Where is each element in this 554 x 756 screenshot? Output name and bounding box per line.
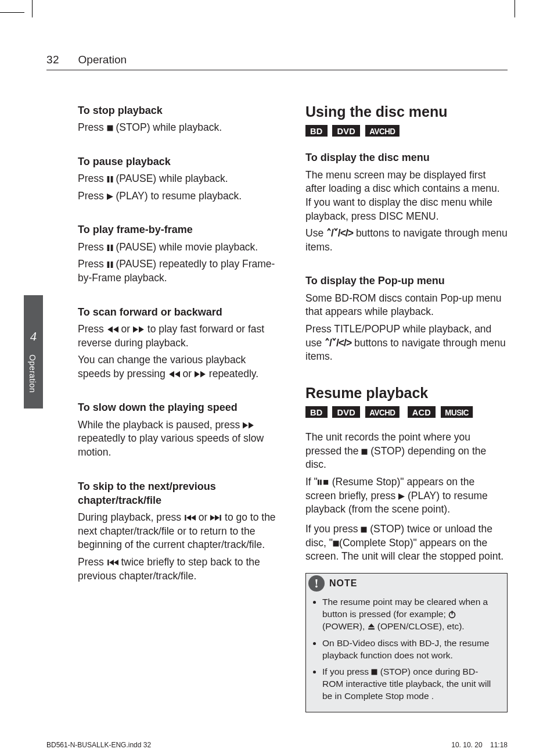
section-title: Operation (78, 53, 127, 66)
side-tab: 4 Operation (24, 295, 43, 409)
text: If " (Resume Stop)" appears on the scree… (305, 475, 508, 517)
eject-icon (368, 623, 375, 630)
right-column: Using the disc menu BD DVD AVCHD To disp… (305, 102, 508, 712)
fast-forward-icon (195, 371, 206, 378)
note-title: NOTE (329, 577, 357, 590)
text: Use ˄/˅/</> buttons to navigate through … (305, 227, 508, 254)
text: The unit records the point where you pre… (305, 431, 508, 472)
nav-arrows-icon: ˄/˅/</> (325, 337, 351, 349)
text: During playback, press or to go to the n… (78, 511, 280, 552)
heading-pause: To pause playback (78, 155, 280, 169)
heading-stop: To stop playback (78, 103, 280, 117)
text: You can change the various playback spee… (78, 353, 280, 381)
note-item: The resume point may be cleared when a b… (322, 596, 499, 633)
stop-icon (371, 669, 377, 675)
badge-acd: ACD (408, 406, 436, 418)
text: Press TITLE/POPUP while playback, and us… (305, 323, 508, 364)
text: While the playback is paused, press repe… (78, 418, 280, 460)
heading-disc-menu: Using the disc menu (305, 102, 508, 122)
note-bang-icon: ! (308, 575, 325, 592)
badge-bd: BD (305, 406, 328, 418)
text: Press (STOP) while playback. (78, 121, 280, 135)
badge-avchd: AVCHD (365, 406, 400, 418)
play-icon (398, 493, 405, 500)
badge-avchd: AVCHD (365, 125, 400, 137)
power-icon (448, 611, 456, 618)
text: Press twice briefly to step back to the … (78, 556, 280, 583)
heading-frame: To play frame-by-frame (78, 223, 280, 237)
text: Press (PAUSE) while movie playback. (78, 241, 280, 255)
fast-forward-icon (133, 326, 145, 333)
heading-slow: To slow down the playing speed (78, 400, 280, 414)
note-box: ! NOTE The resume point may be cleared w… (305, 573, 508, 712)
heading-scan: To scan forward or backward (78, 305, 280, 319)
heading-skip: To skip to the next/previous chapter/tra… (78, 479, 280, 508)
stop-icon (361, 526, 367, 533)
page-header: 32 Operation (46, 53, 508, 70)
note-item: On BD-Video discs with BD-J, the resume … (322, 637, 499, 662)
nav-arrows-icon: ˄/˅/</> (326, 227, 353, 239)
play-icon (107, 194, 113, 200)
heading-display-disc-menu: To display the disc menu (305, 151, 508, 164)
pause-icon (107, 261, 113, 268)
text: Press (PAUSE) while playback. (78, 172, 280, 186)
side-tab-number: 4 (24, 295, 43, 344)
format-badges: BD DVD AVCHD (305, 124, 508, 138)
footer-file: BD561-N-BUSALLK-ENG.indd 32 (46, 741, 151, 749)
stop-icon (333, 540, 339, 547)
format-badges: BD DVD AVCHD ACD MUSIC (305, 406, 508, 420)
heading-popup-menu: To display the Pop-up menu (305, 274, 508, 288)
pause-icon (107, 176, 113, 182)
page-footer: BD561-N-BUSALLK-ENG.indd 32 10. 10. 20 1… (46, 741, 508, 749)
rewind-icon (107, 326, 118, 333)
text: If you press (STOP) twice or unload the … (305, 522, 508, 564)
skip-prev-icon (107, 559, 118, 566)
badge-music: MUSIC (441, 406, 473, 418)
stop-icon (107, 125, 113, 131)
heading-resume: Resume playback (305, 384, 508, 403)
left-column: To stop playback Press (STOP) while play… (78, 102, 280, 712)
text: Press or to play fast forward or fast re… (78, 323, 280, 350)
skip-prev-icon (184, 514, 196, 521)
footer-date: 10. 10. 20 (451, 741, 482, 749)
pause-icon (107, 245, 113, 251)
text: Press (PAUSE) repeatedly to play Frame-b… (78, 257, 280, 285)
badge-dvd: DVD (332, 406, 360, 418)
text: Some BD-ROM discs contain Pop-up menu th… (305, 292, 508, 319)
side-tab-label: Operation (28, 354, 37, 393)
text: The menu screen may be displayed first a… (305, 169, 508, 224)
pause-stop-icon (318, 479, 329, 486)
fast-forward-icon (243, 422, 254, 429)
stop-icon (361, 449, 368, 455)
footer-time: 11:18 (490, 741, 508, 749)
rewind-icon (168, 371, 180, 378)
page-number: 32 (46, 53, 59, 66)
text: Press (PLAY) to resume playback. (78, 189, 280, 203)
badge-bd: BD (305, 125, 328, 137)
badge-dvd: DVD (332, 125, 360, 137)
skip-next-icon (210, 514, 222, 521)
note-item: If you press (STOP) once during BD-ROM i… (322, 666, 499, 703)
